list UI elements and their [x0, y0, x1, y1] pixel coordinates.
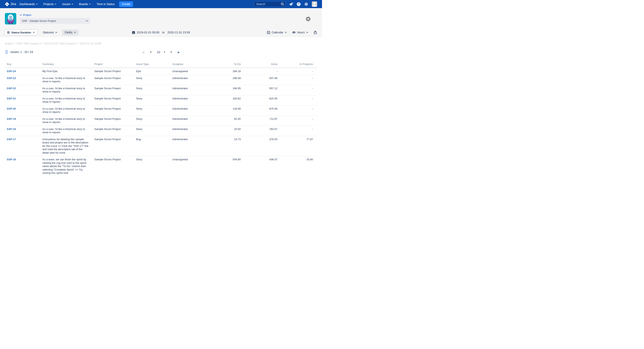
issue-key-link[interactable]: SSP-24	[7, 70, 16, 73]
project-select[interactable]: SSP - Sample Scrum Project	[20, 18, 90, 24]
table-row: SSP-18 As a user, I'd like a historical …	[5, 126, 317, 136]
nav-dashboards-label: Dashboards	[19, 2, 35, 6]
project-breadcrumb-toggle[interactable]: Project	[20, 14, 90, 16]
report-settings-gear-icon[interactable]	[305, 16, 311, 22]
issue-key-cell: SSP-23	[5, 75, 40, 85]
issue-summary-cell: My First Epic	[40, 68, 92, 75]
last-page-button[interactable]: »	[178, 50, 180, 54]
issue-type-cell: Story	[134, 85, 170, 95]
column-header-summary[interactable]: Summary	[40, 61, 92, 68]
date-from: 2019-01-01 00:00	[137, 31, 160, 34]
issue-summary-cell: Instructions for deleting this sample bo…	[40, 136, 92, 156]
create-button[interactable]: Create	[119, 2, 133, 7]
issue-key-cell: SSP-22	[5, 85, 40, 95]
issue-type-cell: Bug	[134, 136, 170, 156]
units-dropdown[interactable]: Hours	[292, 30, 308, 34]
report-type-dropdown[interactable]: Status Duration	[4, 29, 38, 36]
issue-key-link[interactable]: SSP-16	[7, 158, 16, 161]
report-toolbar: Status Duration Statuses Fields 2019-01-…	[4, 29, 317, 36]
issue-summary-cell: As a user, I'd like a historical story t…	[40, 116, 92, 126]
issue-key-link[interactable]: SSP-23	[7, 76, 16, 80]
issue-summary-cell: As a user, I'd like a historical story t…	[40, 95, 92, 105]
nav-dashboards[interactable]: Dashboards	[19, 2, 38, 6]
project-breadcrumb-label: Project	[23, 14, 31, 16]
project-selector-group: Project SSP - Sample Scrum Project	[20, 14, 90, 24]
issue-key-link[interactable]: SSP-17	[7, 138, 16, 141]
fields-label: Fields	[65, 31, 72, 34]
calendar-type-label: Calendar	[272, 31, 283, 34]
issue-key-link[interactable]: SSP-21	[7, 97, 16, 100]
issue-project-cell: Sample Scrum Project	[92, 106, 134, 116]
issue-assignee-cell: Administrator	[170, 106, 211, 116]
issue-key-link[interactable]: SSP-20	[7, 107, 16, 110]
calendar-outline-icon	[267, 31, 270, 34]
issue-project-cell: Sample Scrum Project	[92, 68, 134, 75]
nav-boards-label: Boards	[79, 2, 88, 6]
issue-key-link[interactable]: SSP-18	[7, 128, 16, 130]
fields-dropdown[interactable]: Fields	[62, 30, 78, 36]
issue-project-cell: Sample Scrum Project	[92, 116, 134, 126]
help-icon[interactable]: ?	[297, 2, 300, 6]
column-header-key[interactable]: Key	[5, 61, 40, 68]
issues-count-label: Issues: 1 - 10 / 24	[10, 50, 33, 54]
nav-issues-label: Issues	[62, 2, 70, 6]
issue-summary-cell: As a user, I'd like a historical story t…	[40, 126, 92, 136]
nav-issues[interactable]: Issues	[62, 2, 73, 6]
issue-project-cell: Sample Scrum Project	[92, 95, 134, 105]
settings-gear-icon[interactable]	[304, 2, 308, 6]
issue-key-cell: SSP-19	[5, 116, 40, 126]
column-header-in-progress[interactable]: In Progress	[278, 61, 313, 68]
issue-in-progress-cell: -	[278, 68, 313, 75]
calendar-type-dropdown[interactable]: Calendar	[267, 31, 287, 34]
calendar-icon	[132, 31, 135, 34]
issue-key-link[interactable]: SSP-19	[7, 117, 16, 120]
column-header-issue-type[interactable]: Issue Type	[134, 61, 170, 68]
chevron-down-icon	[306, 32, 308, 34]
issue-key-cell: SSP-17	[5, 136, 40, 156]
column-header-assignee[interactable]: Assignee	[170, 61, 211, 68]
page-size-select[interactable]: 10	[156, 50, 166, 54]
search-icon[interactable]	[281, 2, 284, 6]
issue-key-cell: SSP-16	[5, 156, 40, 174]
issue-todo-cell: 128.98	[211, 106, 241, 116]
issue-type-cell: Story	[134, 95, 170, 105]
page-size-value: 10	[156, 50, 160, 54]
issue-project-cell: Sample Scrum Project	[92, 75, 134, 85]
export-icon[interactable]	[314, 30, 317, 34]
previous-page-button[interactable]	[149, 51, 152, 54]
issue-done-cell: 783.57	[241, 126, 278, 136]
issue-assignee-cell: Unassigneed	[170, 156, 211, 174]
column-header-done[interactable]: Done	[241, 61, 278, 68]
issue-type-cell: Story	[134, 116, 170, 126]
user-avatar[interactable]	[312, 2, 317, 7]
jira-logo[interactable]: Jira	[5, 2, 16, 6]
issue-todo-cell: 284.16	[211, 68, 241, 75]
chevron-down-icon	[89, 3, 91, 5]
column-header-project[interactable]: Project	[92, 61, 134, 68]
statuses-dropdown[interactable]: Statuses	[43, 31, 57, 34]
nav-boards[interactable]: Boards	[79, 2, 91, 6]
issue-project-cell: Sample Scrum Project	[92, 126, 134, 136]
project-select-value: SSP - Sample Scrum Project	[22, 19, 56, 22]
search-box	[254, 1, 286, 7]
nav-time-in-status[interactable]: Time in Status	[96, 2, 115, 6]
column-header-todo[interactable]: To Do	[211, 61, 241, 68]
nav-projects[interactable]: Projects	[44, 2, 56, 6]
table-header-row: Key Summary Project Issue Type Assignee …	[5, 61, 317, 68]
issue-type-cell: Story	[134, 75, 170, 85]
next-page-button[interactable]	[170, 51, 173, 54]
grid-icon	[7, 31, 10, 34]
issue-done-cell: 675.08	[241, 106, 278, 116]
chevron-down-icon	[54, 3, 56, 5]
report-type-label: Status Duration	[12, 31, 31, 34]
feedback-megaphone-icon[interactable]	[289, 2, 293, 6]
refresh-icon[interactable]	[5, 50, 8, 54]
issue-key-link[interactable]: SSP-22	[7, 87, 16, 90]
help-glyph: ?	[298, 3, 300, 6]
issue-assignee-cell: Administrator	[170, 85, 211, 95]
date-range-picker[interactable]: 2019-01-01 00:00 to 2020-12-31 23:59	[132, 31, 190, 34]
issue-in-progress-cell: -	[278, 95, 313, 105]
issue-in-progress-cell: -	[278, 85, 313, 95]
issue-todo-cell: 183.62	[211, 95, 241, 105]
first-page-button[interactable]: «	[142, 50, 145, 54]
